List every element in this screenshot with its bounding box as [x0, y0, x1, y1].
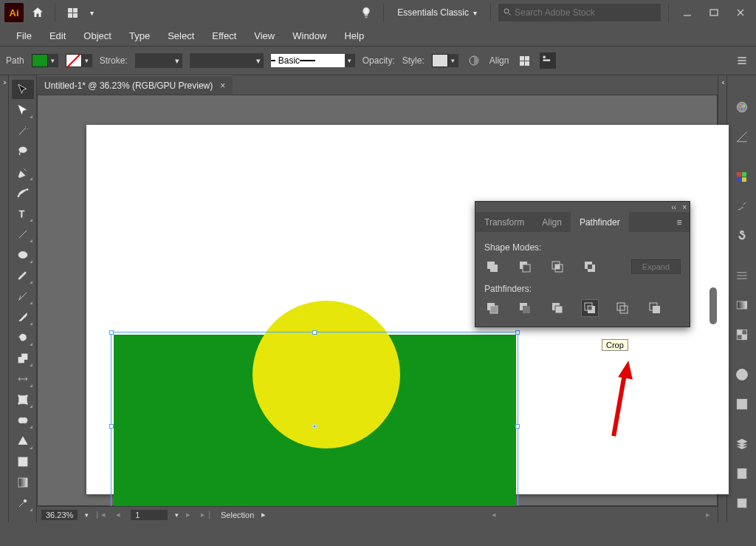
scrollbar-thumb[interactable]: [709, 287, 717, 324]
curvature-tool[interactable]: [12, 183, 34, 202]
scroll-left-button[interactable]: ◂: [492, 510, 499, 519]
workspace-switcher[interactable]: Essentials Classic ▾: [391, 4, 483, 21]
profile-dropdown[interactable]: ▾: [190, 53, 264, 68]
rotate-tool[interactable]: [12, 328, 34, 347]
zoom-dropdown-icon[interactable]: ▾: [85, 511, 89, 519]
scroll-right-button[interactable]: ▸: [706, 510, 713, 519]
color-guide-panel-icon[interactable]: [732, 127, 752, 146]
shaper-tool[interactable]: [12, 287, 34, 306]
color-panel-icon[interactable]: [732, 98, 752, 117]
menu-effect[interactable]: Effect: [203, 25, 245, 46]
selection-bounding-box[interactable]: [111, 332, 518, 520]
brush-definition[interactable]: Basic: [271, 54, 345, 67]
swatches-panel-icon[interactable]: [732, 167, 752, 186]
menu-help[interactable]: Help: [335, 25, 373, 46]
magic-wand-tool[interactable]: [12, 121, 34, 140]
menu-window[interactable]: Window: [284, 25, 335, 46]
resize-handle[interactable]: [312, 330, 317, 335]
outline-button[interactable]: [614, 300, 630, 316]
pathfinder-panel[interactable]: ‹‹ × Transform Align Pathfinder ≡ Shape …: [475, 201, 690, 327]
panel-collapse-icon[interactable]: ‹‹: [671, 203, 676, 211]
minus-front-button[interactable]: [517, 259, 533, 275]
mesh-tool[interactable]: [12, 452, 34, 471]
exclude-button[interactable]: [582, 259, 598, 275]
crop-button[interactable]: [582, 300, 598, 316]
window-minimize-button[interactable]: [676, 5, 698, 20]
first-artboard-button[interactable]: |◂: [96, 510, 109, 519]
stroke-dropdown[interactable]: ▾: [82, 54, 92, 67]
status-popup-icon[interactable]: ▸: [261, 510, 266, 519]
left-dock-toggle[interactable]: ››: [0, 75, 9, 522]
hint-bulb-icon[interactable]: [357, 3, 376, 22]
close-icon[interactable]: ×: [220, 81, 225, 91]
zoom-level[interactable]: 36.23%: [41, 510, 78, 520]
stroke-panel-icon[interactable]: [732, 266, 752, 285]
home-icon[interactable]: [28, 3, 47, 22]
perspective-tool[interactable]: [12, 431, 34, 451]
selection-tool[interactable]: [12, 80, 34, 99]
asset-export-panel-icon[interactable]: [732, 464, 752, 483]
window-close-button[interactable]: [729, 5, 752, 20]
arrange-windows-icon[interactable]: [63, 3, 82, 22]
eyedropper-tool[interactable]: [12, 494, 34, 513]
transparency-panel-icon[interactable]: [732, 325, 752, 344]
paintbrush-tool[interactable]: [12, 266, 34, 285]
resize-handle[interactable]: [515, 330, 520, 335]
menu-view[interactable]: View: [245, 25, 284, 46]
style-dropdown[interactable]: ▾: [448, 54, 458, 67]
unite-button[interactable]: [484, 259, 501, 275]
fill-dropdown[interactable]: ▾: [48, 54, 58, 67]
divide-button[interactable]: [484, 300, 501, 316]
intersect-button[interactable]: [549, 259, 566, 275]
stroke-swatch[interactable]: [66, 54, 82, 67]
symbols-panel-icon[interactable]: [732, 226, 752, 245]
ellipse-tool[interactable]: [12, 245, 34, 265]
gradient-tool[interactable]: [12, 473, 34, 492]
menu-edit[interactable]: Edit: [41, 25, 75, 46]
style-swatch[interactable]: [432, 54, 448, 67]
panel-close-icon[interactable]: ×: [682, 203, 687, 211]
panel-menu-icon[interactable]: ≡: [669, 212, 690, 232]
resize-handle[interactable]: [109, 424, 114, 429]
layers-panel-icon[interactable]: [732, 434, 752, 454]
pen-tool[interactable]: [12, 163, 34, 182]
resize-handle[interactable]: [515, 424, 520, 429]
artboard-dropdown-icon[interactable]: ▾: [175, 511, 179, 519]
menu-select[interactable]: Select: [159, 25, 203, 46]
free-transform-tool[interactable]: [12, 390, 34, 409]
merge-button[interactable]: [549, 300, 566, 316]
more-options-icon[interactable]: [734, 52, 750, 69]
last-artboard-button[interactable]: ▸|: [201, 510, 213, 519]
lasso-tool[interactable]: [12, 142, 34, 161]
menu-type[interactable]: Type: [120, 25, 159, 46]
brush-dropdown[interactable]: ▾: [345, 54, 355, 67]
scale-tool[interactable]: [12, 349, 34, 368]
width-tool[interactable]: [12, 369, 34, 389]
minus-back-button[interactable]: [647, 300, 663, 316]
line-tool[interactable]: [12, 225, 34, 244]
direct-selection-tool[interactable]: [12, 100, 34, 120]
eraser-tool[interactable]: [12, 307, 34, 327]
graphic-styles-panel-icon[interactable]: [732, 395, 752, 414]
align-panel-icon[interactable]: [516, 52, 532, 69]
next-artboard-button[interactable]: ▸: [186, 510, 193, 519]
menu-file[interactable]: File: [7, 25, 41, 46]
shape-builder-tool[interactable]: [12, 411, 34, 430]
type-tool[interactable]: T: [12, 204, 34, 223]
brushes-panel-icon[interactable]: [732, 197, 752, 216]
recolor-icon[interactable]: [466, 52, 482, 69]
stroke-weight-input[interactable]: ▾: [135, 53, 182, 68]
arrange-windows-dropdown-icon[interactable]: ▾: [86, 3, 97, 22]
stock-search[interactable]: [498, 4, 661, 21]
artboard-number[interactable]: 1: [131, 510, 168, 520]
stock-search-input[interactable]: [515, 7, 656, 18]
resize-handle[interactable]: [109, 330, 114, 335]
appearance-panel-icon[interactable]: [732, 365, 752, 384]
menu-object[interactable]: Object: [75, 25, 120, 46]
transform-panel-icon[interactable]: [540, 52, 556, 69]
artboards-panel-icon[interactable]: [732, 494, 752, 513]
tab-pathfinder[interactable]: Pathfinder: [571, 212, 629, 232]
document-tab[interactable]: Untitled-1* @ 36.23% (RGB/GPU Preview) ×: [37, 75, 233, 95]
tab-transform[interactable]: Transform: [475, 212, 533, 232]
trim-button[interactable]: [517, 300, 533, 316]
